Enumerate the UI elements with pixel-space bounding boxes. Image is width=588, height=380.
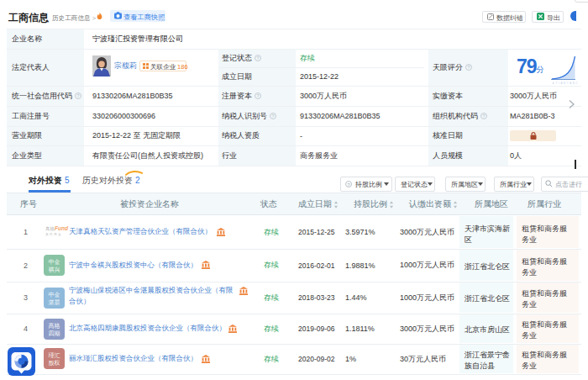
svg-text:天TIANYANC: 天TIANYANC xyxy=(552,82,579,85)
